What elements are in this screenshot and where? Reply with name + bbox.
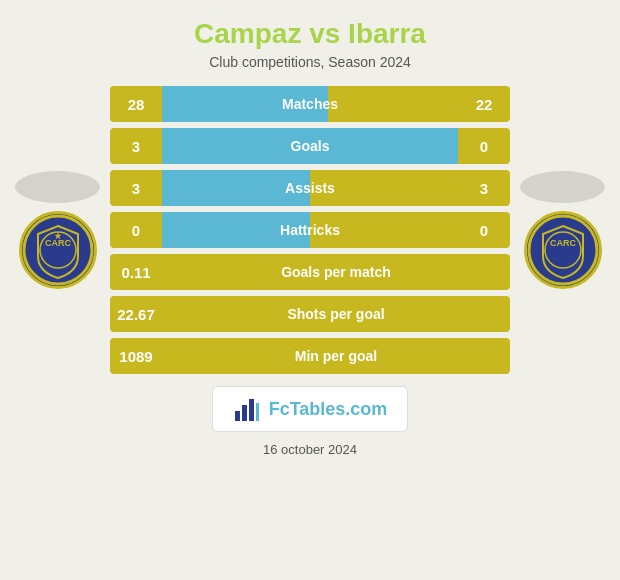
assists-right-value: 3 <box>458 170 510 206</box>
right-club-badge: CARC <box>524 211 602 289</box>
left-oval-decoration <box>15 171 100 203</box>
min-per-goal-value: 1089 <box>110 338 162 374</box>
matches-bar: Matches <box>162 86 458 122</box>
fctables-logo-text: FcTables.com <box>269 399 388 420</box>
matches-left-value: 28 <box>110 86 162 122</box>
left-side-column: CARC <box>10 171 105 289</box>
header: Campaz vs Ibarra Club competitions, Seas… <box>0 0 620 76</box>
assists-row: 3 Assists 3 <box>110 170 510 206</box>
fctables-banner: FcTables.com <box>212 386 409 432</box>
goals-bar: Goals <box>162 128 458 164</box>
shots-per-goal-bar: Shots per goal <box>162 296 510 332</box>
goals-left-value: 3 <box>110 128 162 164</box>
goals-per-match-value: 0.11 <box>110 254 162 290</box>
subtitle: Club competitions, Season 2024 <box>0 54 620 70</box>
min-per-goal-row: 1089 Min per goal <box>110 338 510 374</box>
goals-right-value: 0 <box>458 128 510 164</box>
assists-left-value: 3 <box>110 170 162 206</box>
fctables-chart-icon <box>233 395 261 423</box>
stats-area: 28 Matches 22 3 Goals 0 3 Assists 3 <box>105 86 515 374</box>
hattricks-left-value: 0 <box>110 212 162 248</box>
svg-text:CARC: CARC <box>45 238 71 248</box>
matches-right-value: 22 <box>458 86 510 122</box>
footer-date: 16 october 2024 <box>263 442 357 457</box>
main-section: CARC 28 Matches 22 3 Goals 0 <box>0 76 620 374</box>
shots-per-goal-value: 22.67 <box>110 296 162 332</box>
goals-per-match-bar: Goals per match <box>162 254 510 290</box>
goals-row: 3 Goals 0 <box>110 128 510 164</box>
hattricks-bar: Hattricks <box>162 212 458 248</box>
hattricks-label: Hattricks <box>280 222 340 238</box>
svg-text:CARC: CARC <box>550 238 576 248</box>
matches-row: 28 Matches 22 <box>110 86 510 122</box>
shots-per-goal-row: 22.67 Shots per goal <box>110 296 510 332</box>
goals-per-match-row: 0.11 Goals per match <box>110 254 510 290</box>
min-per-goal-label: Min per goal <box>295 348 377 364</box>
matches-label: Matches <box>282 96 338 112</box>
assists-label: Assists <box>285 180 335 196</box>
shots-per-goal-label: Shots per goal <box>287 306 384 322</box>
goals-label: Goals <box>291 138 330 154</box>
min-per-goal-bar: Min per goal <box>162 338 510 374</box>
fctables-name: FcTables.com <box>269 399 388 419</box>
svg-rect-9 <box>249 399 254 421</box>
page-title: Campaz vs Ibarra <box>0 18 620 50</box>
right-side-column: CARC <box>515 171 610 289</box>
left-club-badge: CARC <box>19 211 97 289</box>
hattricks-row: 0 Hattricks 0 <box>110 212 510 248</box>
assists-bar: Assists <box>162 170 458 206</box>
hattricks-right-value: 0 <box>458 212 510 248</box>
svg-rect-10 <box>256 403 259 421</box>
svg-rect-8 <box>242 405 247 421</box>
bottom-section: FcTables.com 16 october 2024 <box>0 374 620 457</box>
svg-rect-7 <box>235 411 240 421</box>
goals-per-match-label: Goals per match <box>281 264 391 280</box>
right-oval-decoration <box>520 171 605 203</box>
